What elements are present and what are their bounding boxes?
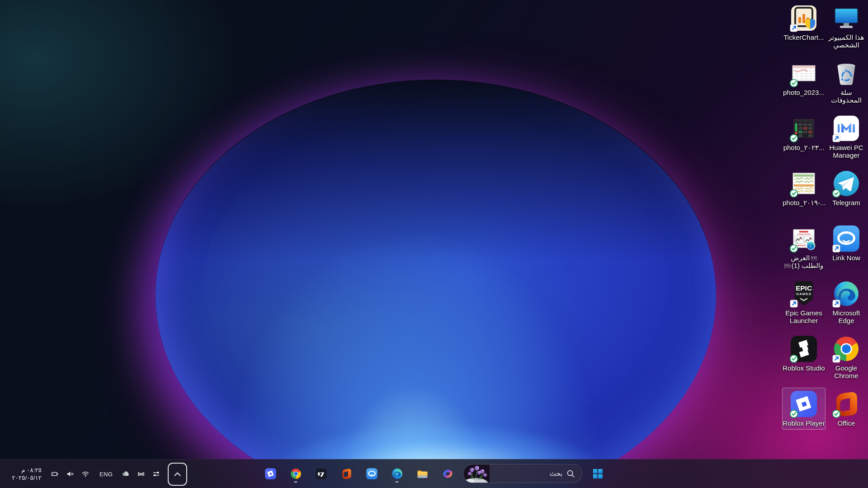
taskbar-app-google-chrome[interactable] [286,464,306,483]
office-icon [832,389,861,418]
tray-time: ٠٨:٢٥ م [7,466,42,474]
desktop-icon-recycle-bin[interactable]: سلة المحذوفات [825,57,868,106]
desktop-icon-huawei-pc-manager[interactable]: Huawei PC Manager [825,113,868,161]
desktop-icon-label: photo_2023... [783,89,825,97]
desktop-icon-tickerchart[interactable]: TickerChart... [783,2,825,43]
sliders-icon[interactable] [151,468,162,480]
taskbar: ٠٨:٢٥ م ٢٠٢٥/٠٥/١٢ ENG [0,459,868,488]
chevron-up-icon [174,472,181,476]
desktop-icon-photo-2023-ar[interactable]: photo_٢٠٢٣... [783,113,825,154]
svg-text:GAMES: GAMES [796,292,811,296]
recycle-bin-icon [832,59,861,88]
desktop-icon-photo-2023[interactable]: photo_2023... [783,57,825,99]
roblox-player-icon [264,468,277,480]
roblox-player-icon [789,389,818,418]
desktop-icon-label: photo_٢٠١٩-... [783,199,825,207]
spreadsheet-photo-icon [789,59,818,88]
search-daily-image-flowers [463,465,490,483]
windows-logo-icon [592,468,604,480]
huawei-manager-tray-icon[interactable] [135,468,147,480]
wifi-icon[interactable] [80,468,91,480]
show-hidden-icons-button[interactable] [168,463,187,486]
desktop-icon-label: سلة المحذوفات [825,89,868,104]
battery-icon[interactable] [49,468,61,480]
edge-icon [832,279,861,308]
search-label: بحث [549,469,562,478]
system-tray: ٠٨:٢٥ م ٢٠٢٥/٠٥/١٢ ENG [0,460,187,488]
desktop-icon-label: العرضFSI PDI(1) والطلب [784,254,824,270]
desktop-icon-label: Roblox Studio [783,365,825,372]
running-indicator [396,481,399,483]
desktop-icon-label: هذا الكمبيوتر الشخصي [825,34,868,49]
taskbar-app-office[interactable] [336,464,356,483]
running-indicator [294,481,297,483]
desktop-icon-label: TickerChart... [783,34,824,42]
taskbar-app-file-explorer[interactable] [412,464,432,483]
taskbar-app-roblox-player[interactable] [260,464,280,483]
taskbar-center-group: بحث [260,459,608,488]
huawei-pc-manager-icon [832,114,861,143]
desktop-icon-link-now[interactable]: Link Now [825,223,868,264]
desktop-icon-epic-games[interactable]: EPIC GAMES Epic Games Launcher [783,278,825,327]
office-icon [340,468,353,480]
file-explorer-icon [416,468,429,480]
desktop-icon-google-chrome[interactable]: Google Chrome [825,333,868,382]
pdi-bidi-mark: PDI [784,264,791,268]
desktop-icon-label: Huawei PC Manager [825,144,868,160]
desktop-icon-office[interactable]: Office [825,388,868,429]
edge-icon [391,468,403,480]
desktop-icon-label: Office [838,420,855,427]
fsi-bidi-mark: FSI [811,256,817,260]
light-sheet-photo-icon [789,169,818,198]
desktop-icon-telegram[interactable]: Telegram [825,168,868,209]
link-now-icon [832,224,861,253]
desktop-icon-label: Link Now [832,254,860,262]
desktop-icon-roblox-player[interactable]: Roblox Player [783,388,825,429]
desktop-icon-supply-demand-pdf[interactable]: العرضFSI PDI(1) والطلب [783,223,825,272]
tickerchart-icon [789,4,818,33]
roblox-studio-icon [789,334,818,363]
desktop-icon-photo-2019[interactable]: photo_٢٠١٩-... [783,168,825,209]
tradingview-icon [315,468,327,480]
desktop-icon-roblox-studio[interactable]: Roblox Studio [783,333,825,374]
taskbar-app-copilot[interactable] [438,464,458,483]
taskbar-app-tradingview[interactable] [311,464,331,483]
taskbar-app-link-now[interactable] [362,464,382,483]
start-button[interactable] [588,464,608,483]
copilot-icon [442,468,454,480]
desktop-wallpaper [0,0,868,488]
taskbar-app-microsoft-edge[interactable] [387,464,407,483]
desktop-icon-label: Google Chrome [825,365,868,380]
dark-table-photo-icon [789,114,818,143]
pdf-chart-document-icon [789,224,818,253]
chrome-icon [832,334,861,363]
language-indicator[interactable]: ENG [97,469,115,479]
desktop-icon-label: photo_٢٠٢٣... [783,144,825,152]
tray-clock[interactable]: ٠٨:٢٥ م ٢٠٢٥/٠٥/١٢ [7,466,42,482]
search-icon [566,469,575,478]
telegram-icon [832,169,861,198]
volume-muted-icon[interactable] [64,468,76,480]
desktop-icon-label: Epic Games Launcher [783,310,825,325]
link-now-icon [366,468,378,480]
tray-date: ٢٠٢٥/٠٥/١٢ [7,474,42,482]
desktop-icon-label: Telegram [832,199,860,207]
desktop-icon-microsoft-edge[interactable]: Microsoft Edge [825,278,868,327]
svg-text:EPIC: EPIC [796,284,812,292]
desktop-icon-label: Microsoft Edge [825,310,868,325]
onedrive-cloud-icon[interactable] [120,468,132,480]
desktop-icon-this-pc[interactable]: هذا الكمبيوتر الشخصي [825,2,868,51]
taskbar-search-box[interactable]: بحث [463,464,582,483]
this-pc-icon [832,4,861,33]
epic-games-icon: EPIC GAMES [789,279,818,308]
desktop-icon-label: Roblox Player [783,420,825,427]
chrome-icon [290,468,302,480]
